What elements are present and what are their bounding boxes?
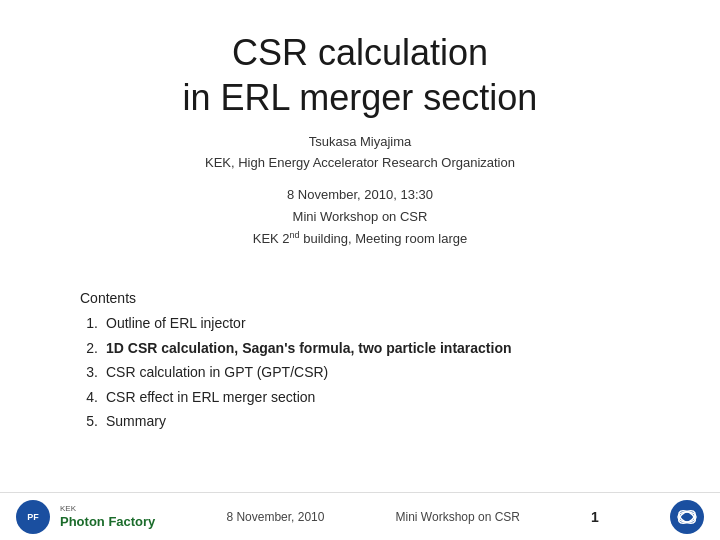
list-item: 3. CSR calculation in GPT (GPT/CSR) — [80, 360, 660, 385]
footer-page-number: 1 — [591, 509, 599, 525]
event-block: 8 November, 2010, 13:30 Mini Workshop on… — [183, 184, 538, 251]
footer-workshop: Mini Workshop on CSR — [396, 510, 521, 524]
list-item: 2. 1D CSR calculation, Sagan's formula, … — [80, 336, 660, 361]
event-workshop: Mini Workshop on CSR — [183, 206, 538, 228]
contents-heading: Contents — [80, 290, 660, 306]
footer-date: 8 November, 2010 — [226, 510, 324, 524]
list-item: 1. Outline of ERL injector — [80, 311, 660, 336]
list-item: 4. CSR effect in ERL merger section — [80, 385, 660, 410]
contents-list: 1. Outline of ERL injector 2. 1D CSR cal… — [80, 311, 660, 434]
photon-factory-label: Photon Factory — [60, 514, 155, 529]
event-location: KEK 2nd building, Meeting room large — [183, 228, 538, 250]
title-block: CSR calculation in ERL merger section Ts… — [183, 30, 538, 280]
author-affiliation: KEK, High Energy Accelerator Research Or… — [183, 153, 538, 174]
footer-right-logo — [670, 500, 704, 534]
pf-logo-circle: PF — [16, 500, 50, 534]
contents-block: Contents 1. Outline of ERL injector 2. 1… — [60, 290, 660, 434]
footer: PF KEK Photon Factory 8 November, 2010 M… — [0, 492, 720, 540]
event-date: 8 November, 2010, 13:30 — [183, 184, 538, 206]
footer-logo-block: PF KEK Photon Factory — [16, 500, 155, 534]
slide: CSR calculation in ERL merger section Ts… — [0, 0, 720, 540]
author-block: Tsukasa Miyajima KEK, High Energy Accele… — [183, 132, 538, 174]
main-title: CSR calculation in ERL merger section — [183, 30, 538, 120]
superscript-nd: nd — [290, 230, 300, 240]
list-item: 5. Summary — [80, 409, 660, 434]
author-name: Tsukasa Miyajima — [183, 132, 538, 153]
logo-small-text: KEK — [60, 504, 155, 514]
kek-logo-icon — [673, 503, 701, 531]
photon-factory-label-block: KEK Photon Factory — [60, 504, 155, 529]
